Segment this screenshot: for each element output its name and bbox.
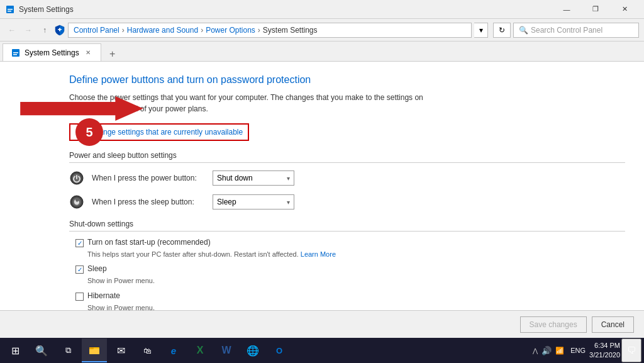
- shutdown-settings-section: Shut-down settings ✓ Turn on fast start-…: [69, 220, 625, 310]
- fast-startup-row: ✓ Turn on fast start-up (recommended): [75, 238, 625, 247]
- svg-rect-2: [8, 11, 11, 12]
- forward-button[interactable]: →: [21, 23, 35, 37]
- sleep-button-value: Sleep: [217, 198, 236, 206]
- main-content: 5 Define power buttons and turn on passw…: [0, 62, 644, 310]
- hibernate-sublabel: Show in Power menu.: [87, 303, 625, 310]
- network-icon[interactable]: 📶: [555, 347, 564, 355]
- breadcrumb-current: System Settings: [263, 26, 318, 35]
- volume-icon[interactable]: 🔊: [541, 346, 552, 355]
- word-taskbar-button[interactable]: W: [214, 338, 239, 362]
- svg-rect-16: [89, 349, 99, 354]
- breadcrumb-control-panel[interactable]: Control Panel: [74, 26, 119, 35]
- power-button-icon: [69, 170, 84, 186]
- excel-taskbar-button[interactable]: X: [187, 338, 213, 362]
- svg-rect-1: [8, 9, 13, 10]
- system-tray: ⋀ 🔊 📶 ENG: [533, 346, 588, 355]
- sleep-button-icon: [69, 194, 84, 209]
- save-changes-button[interactable]: Save changes: [520, 316, 587, 333]
- tray-arrow[interactable]: ⋀: [533, 347, 538, 354]
- sleep-dropdown-arrow: ▾: [287, 199, 290, 206]
- search-taskbar-button[interactable]: 🔍: [29, 338, 54, 362]
- tab-label: System Settings: [25, 48, 79, 57]
- system-clock[interactable]: 6:34 PM 3/21/2020: [589, 341, 620, 360]
- clock-time: 6:34 PM: [589, 341, 620, 350]
- sleep-button-label: When I press the sleep button:: [92, 198, 205, 206]
- lang-indicator[interactable]: ENG: [570, 347, 586, 354]
- back-button[interactable]: ←: [5, 23, 19, 37]
- breadcrumb-dropdown-btn[interactable]: ▾: [474, 23, 488, 38]
- search-box[interactable]: 🔍 Search Control Panel: [513, 23, 639, 38]
- power-dropdown-arrow: ▾: [287, 175, 290, 182]
- fast-startup-sublabel: This helps start your PC faster after sh…: [87, 250, 625, 259]
- tab-icon: [11, 48, 21, 58]
- cancel-button[interactable]: Cancel: [592, 316, 634, 333]
- folder-icon: [88, 343, 101, 356]
- hibernate-checkbox-label: Hibernate: [87, 291, 120, 300]
- task-view-button[interactable]: ⧉: [55, 338, 80, 362]
- refresh-button[interactable]: ↻: [493, 23, 511, 38]
- sleep-checkbox-label: Sleep: [87, 264, 107, 273]
- sleep-checkbox[interactable]: ✓: [75, 265, 84, 274]
- svg-rect-4: [59, 28, 60, 31]
- shield-nav-icon: [54, 25, 65, 36]
- red-arrow: [19, 96, 145, 121]
- tab-close-button[interactable]: ✕: [83, 48, 93, 58]
- hibernate-checkbox[interactable]: [75, 293, 84, 301]
- sleep-checkbox-row: ✓ Sleep: [75, 264, 625, 274]
- chrome-taskbar-button[interactable]: 🌐: [240, 338, 265, 362]
- power-button-row: When I press the power button: Shut down…: [69, 170, 625, 186]
- address-bar: ← → ↑ Control Panel › Hardware and Sound…: [0, 19, 644, 42]
- taskbar: ⊞ 🔍 ⧉ ✉ 🛍 e X W 🌐 O ⋀ 🔊 📶 ENG 6:34 PM 3/…: [0, 338, 644, 363]
- app-icon: [5, 4, 15, 14]
- svg-rect-6: [13, 52, 18, 53]
- power-button-label: When I press the power button:: [92, 174, 205, 182]
- tab-add-button[interactable]: +: [104, 47, 121, 61]
- tab-system-settings[interactable]: System Settings ✕: [3, 43, 101, 61]
- bottom-bar: Save changes Cancel: [0, 310, 644, 338]
- minimize-button[interactable]: —: [552, 0, 581, 19]
- edge-taskbar-button[interactable]: e: [161, 338, 186, 362]
- maximize-button[interactable]: ❐: [581, 0, 610, 19]
- breadcrumb-bar: Control Panel › Hardware and Sound › Pow…: [68, 23, 472, 38]
- search-icon: 🔍: [519, 26, 528, 35]
- clock-date: 3/21/2020: [589, 350, 620, 360]
- start-button[interactable]: ⊞: [3, 338, 28, 362]
- fast-startup-checkbox[interactable]: ✓: [75, 239, 84, 247]
- sleep-button-row: When I press the sleep button: Sleep ▾: [69, 194, 625, 209]
- learn-more-link[interactable]: Learn More: [301, 250, 336, 258]
- search-placeholder: Search Control Panel: [531, 26, 602, 35]
- svg-rect-17: [89, 347, 94, 349]
- power-button-dropdown[interactable]: Shut down ▾: [213, 170, 294, 186]
- notification-button[interactable]: 🗨: [621, 338, 641, 362]
- store-taskbar-button[interactable]: 🛍: [135, 338, 160, 362]
- section-title: Power and sleep button settings: [69, 151, 625, 163]
- file-explorer-taskbar[interactable]: [82, 338, 107, 362]
- outlook-taskbar-button[interactable]: O: [267, 338, 292, 362]
- mail-taskbar-button[interactable]: ✉: [108, 338, 133, 362]
- annotation-arrow: [19, 96, 145, 121]
- close-button[interactable]: ✕: [610, 0, 639, 19]
- tab-bar: System Settings ✕ +: [0, 42, 644, 62]
- shutdown-section-title: Shut-down settings: [69, 220, 625, 232]
- hibernate-checkbox-row: Hibernate: [75, 291, 625, 301]
- sleep-button-dropdown[interactable]: Sleep ▾: [213, 194, 294, 209]
- breadcrumb-hardware-sound[interactable]: Hardware and Sound: [127, 26, 198, 35]
- up-button[interactable]: ↑: [38, 23, 52, 37]
- step-5-circle: 5: [75, 118, 103, 146]
- sleep-sublabel: Show in Power menu.: [87, 276, 625, 286]
- window-title: System Settings: [19, 5, 552, 14]
- power-button-value: Shut down: [217, 174, 253, 182]
- breadcrumb-power-options[interactable]: Power Options: [206, 26, 255, 35]
- title-bar: System Settings — ❐ ✕: [0, 0, 644, 19]
- page-description: Choose the power settings that you want …: [69, 92, 625, 114]
- change-settings-text: Change settings that are currently unava…: [89, 128, 243, 137]
- page-title: Define power buttons and turn on passwor…: [69, 74, 625, 86]
- svg-marker-8: [20, 96, 143, 121]
- svg-rect-7: [13, 54, 17, 55]
- window-controls: — ❐ ✕: [552, 0, 639, 19]
- fast-startup-label: Turn on fast start-up (recommended): [87, 238, 211, 247]
